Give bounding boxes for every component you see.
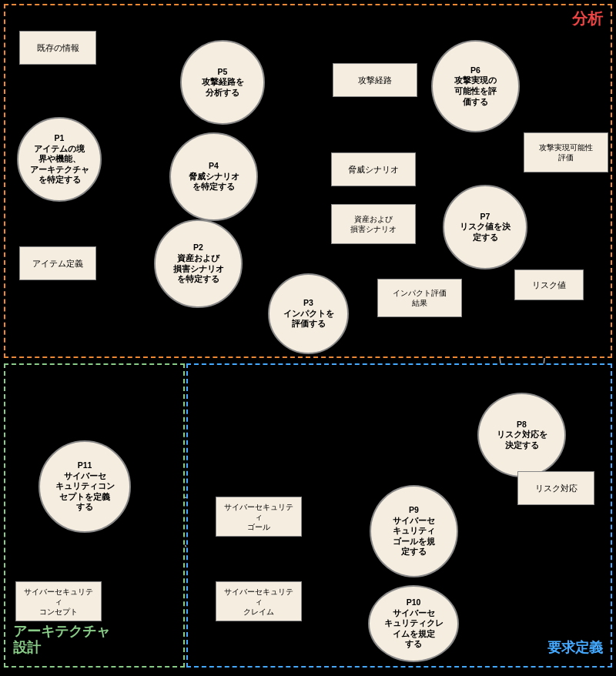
node-item-definition: アイテム定義 bbox=[19, 246, 96, 280]
node-attack-path: 攻撃経路 bbox=[333, 63, 417, 97]
label-requirements: 要求定義 bbox=[547, 638, 603, 657]
node-risk-value: リスク値 bbox=[514, 269, 584, 300]
node-p2: P2資産および損害シナリオを特定する bbox=[154, 219, 243, 308]
node-asset-damage: 資産および損害シナリオ bbox=[331, 204, 416, 244]
node-impact-result: インパクト評価結果 bbox=[377, 279, 462, 317]
node-p3: P3インパクトを評価する bbox=[268, 273, 349, 354]
node-threat-scenario: 脅威シナリオ bbox=[331, 152, 416, 186]
node-existing-info: 既存の情報 bbox=[19, 31, 96, 65]
node-cs-concept: サイバーセキュリティコンセプト bbox=[15, 581, 102, 621]
node-p8: P8リスク対応を決定する bbox=[477, 393, 566, 477]
node-p4: P4脅威シナリオを特定する bbox=[169, 132, 258, 221]
node-cs-goal: サイバーセキュリティゴール bbox=[216, 497, 302, 537]
node-p7: P7リスク値を決定する bbox=[443, 185, 527, 269]
node-p9: P9サイバーセキュリティゴールを規定する bbox=[370, 485, 458, 577]
node-p5: P5攻撃経路を分析する bbox=[180, 40, 265, 125]
node-cs-claim: サイバーセキュリティクレイム bbox=[216, 581, 302, 621]
node-p6: P6攻撃実現の可能性を評価する bbox=[431, 40, 520, 132]
node-attack-prob: 攻撃実現可能性評価 bbox=[524, 132, 608, 172]
label-analysis: 分析 bbox=[572, 8, 603, 29]
node-p11: P11サイバーセキュリティコンセプトを定義する bbox=[38, 440, 131, 533]
node-p10: P10サイバーセキュリティクレイムを規定する bbox=[368, 585, 459, 662]
node-p1: P1アイテムの境界や機能、アーキテクチャを特定する bbox=[17, 117, 102, 202]
label-architecture: アーキテクチャ設計 bbox=[13, 624, 110, 657]
node-risk-response: リスク対応 bbox=[517, 471, 594, 505]
main-container: 分析 アーキテクチャ設計 要求定義 既存の情報 アイテム定義 P1アイテムの境界… bbox=[0, 0, 616, 676]
